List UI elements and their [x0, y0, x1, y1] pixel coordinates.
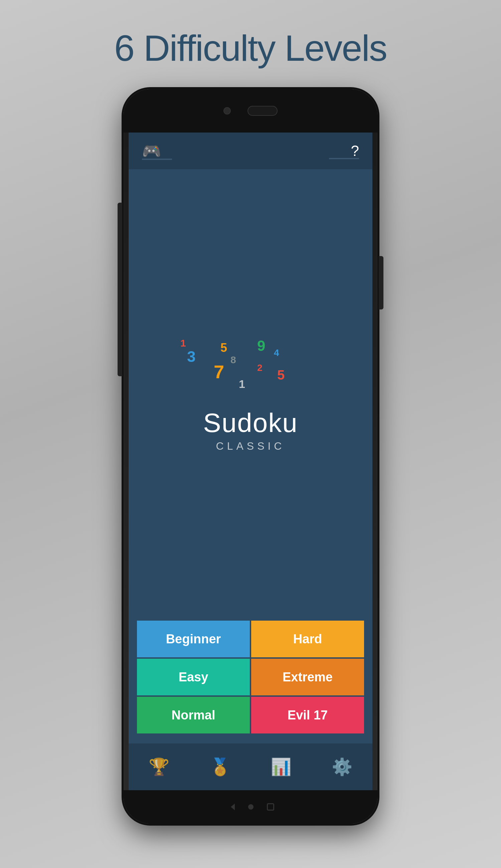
extreme-button[interactable]: Extreme: [251, 659, 364, 695]
float-num-5-top: 5: [221, 341, 227, 355]
evil17-button[interactable]: Evil 17: [251, 697, 364, 734]
floating-numbers: 1 3 4 5 8 7 9 4 2 5 1: [174, 337, 327, 404]
float-num-4-small: 4: [199, 368, 203, 378]
phone-top-bar: [124, 89, 377, 132]
difficulty-grid: Beginner Hard Easy Extreme Normal Evil 1…: [137, 621, 364, 734]
right-bar-indicator: [329, 158, 359, 159]
help-icon[interactable]: ?: [351, 143, 359, 159]
float-num-1-btm: 1: [239, 378, 245, 391]
app-screen: 🎮 ? 1 3 4 5 8 7 9 4 2 5 1 Su: [129, 132, 372, 790]
hard-button[interactable]: Hard: [251, 621, 364, 657]
badge-icon: 🏅: [210, 757, 231, 777]
nav-statistics[interactable]: 📊: [250, 744, 312, 790]
float-num-3: 3: [187, 348, 196, 366]
chart-icon: 📊: [270, 757, 291, 777]
logo-area: 1 3 4 5 8 7 9 4 2 5 1 Sudoku CLASSIC: [129, 169, 372, 614]
float-num-4-top: 4: [274, 348, 279, 358]
float-num-1: 1: [180, 337, 186, 349]
phone-device: 🎮 ? 1 3 4 5 8 7 9 4 2 5 1 Su: [124, 89, 377, 824]
easy-button[interactable]: Easy: [137, 659, 250, 695]
app-bar-right: ?: [351, 143, 359, 159]
float-num-5-mid: 5: [277, 368, 285, 383]
app-top-bar: 🎮 ?: [129, 132, 372, 169]
game-subtitle: CLASSIC: [216, 440, 285, 452]
trophy-icon: 🏆: [149, 757, 169, 777]
gamepad-icon[interactable]: 🎮: [142, 142, 161, 160]
nav-achievements[interactable]: 🏅: [190, 744, 251, 790]
page-title: 6 Difficulty Levels: [114, 27, 387, 69]
float-num-8: 8: [231, 354, 236, 366]
nav-settings[interactable]: ⚙️: [312, 744, 373, 790]
nav-trophy[interactable]: 🏆: [129, 744, 190, 790]
camera-dot: [223, 107, 231, 115]
back-button: [227, 804, 235, 810]
normal-button[interactable]: Normal: [137, 697, 250, 734]
game-title: Sudoku: [203, 408, 298, 438]
float-num-2: 2: [257, 362, 263, 373]
gear-icon: ⚙️: [332, 757, 352, 777]
phone-bottom-bar: [124, 790, 377, 824]
home-button: [248, 804, 254, 810]
float-num-7: 7: [214, 361, 224, 383]
float-num-9: 9: [257, 337, 265, 354]
speaker-grill: [247, 106, 278, 116]
recents-button: [267, 803, 274, 811]
left-bar-indicator: [142, 159, 172, 160]
bottom-nav: 🏆 🏅 📊 ⚙️: [129, 744, 372, 790]
beginner-button[interactable]: Beginner: [137, 621, 250, 657]
app-bar-left: 🎮: [142, 142, 161, 160]
